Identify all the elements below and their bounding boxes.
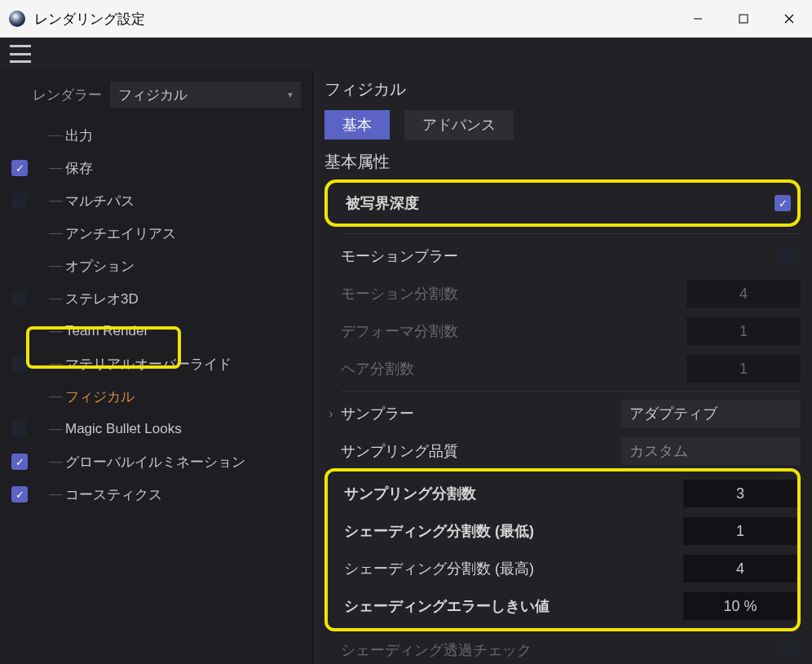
sidebar-item-label: マテリアルオーバーライド: [65, 355, 232, 374]
prop-sampling-sub-label: サンプリング分割数: [344, 484, 683, 503]
tree-branch-icon: —: [49, 388, 62, 405]
expand-caret-icon[interactable]: ›: [324, 407, 338, 420]
prop-shading-max-value[interactable]: 4: [683, 555, 797, 582]
sidebar-item-label: グローバルイルミネーション: [65, 453, 245, 471]
sidebar-checkbox[interactable]: ✓: [11, 486, 28, 502]
sidebar-item-2[interactable]: —マルチパス: [8, 184, 312, 217]
sidebar-item-11[interactable]: ✓—コースティクス: [8, 478, 312, 511]
prop-deformer-sub-label: デフォーマ分割数: [341, 321, 686, 341]
divider: [341, 233, 801, 234]
sidebar-item-label: マルチパス: [65, 192, 135, 210]
prop-shading-trans-checkbox[interactable]: [779, 642, 796, 658]
prop-sampler-select[interactable]: アダプティブ: [621, 400, 801, 427]
tree-branch-icon: —: [49, 258, 62, 274]
sidebar-item-label: Team Render: [65, 323, 148, 339]
prop-shading-min-value[interactable]: 1: [683, 517, 797, 545]
prop-shading-err-label: シェーディングエラーしきい値: [344, 596, 683, 616]
section-basic-title: 基本属性: [324, 151, 801, 173]
sidebar: レンダラー フィジカル ▾ —出力✓—保存—マルチパス—アンチエイリアス—オプシ…: [0, 70, 313, 664]
prop-dof-checkbox[interactable]: ✓: [774, 195, 791, 211]
sidebar-checkbox[interactable]: [11, 356, 28, 372]
renderer-select[interactable]: フィジカル ▾: [110, 82, 301, 108]
sidebar-item-7[interactable]: —マテリアルオーバーライド: [8, 347, 312, 380]
tree-branch-icon: —: [49, 127, 62, 144]
sidebar-item-label: アンチエイリアス: [65, 224, 176, 243]
prop-hair-sub-value[interactable]: 1: [686, 355, 801, 383]
prop-hair-sub-label: ヘア分割数: [341, 359, 686, 378]
settings-tree: —出力✓—保存—マルチパス—アンチエイリアス—オプション—ステレオ3D—Team…: [0, 119, 312, 511]
maximize-button[interactable]: [721, 0, 766, 38]
prop-shading-max-label: シェーディング分割数 (最高): [344, 559, 683, 578]
tree-branch-icon: —: [49, 486, 62, 502]
prop-motion-sub-label: モーション分割数: [341, 284, 686, 303]
sidebar-item-1[interactable]: ✓—保存: [8, 152, 312, 184]
tree-branch-icon: —: [49, 160, 62, 176]
sidebar-item-label: 出力: [65, 126, 93, 145]
main-panel: フィジカル 基本 アドバンス 基本属性 被写界深度 ✓ モーションブラー モーシ…: [313, 70, 812, 664]
sidebar-item-10[interactable]: ✓—グローバルイルミネーション: [8, 445, 312, 478]
tree-branch-icon: —: [49, 421, 62, 437]
sidebar-item-label: コースティクス: [65, 485, 162, 504]
sidebar-item-label: フィジカル: [65, 387, 135, 406]
sidebar-item-6[interactable]: —Team Render: [8, 315, 312, 347]
renderer-label: レンダラー: [33, 86, 102, 104]
tab-advance[interactable]: アドバンス: [404, 110, 514, 139]
prop-shading-trans-label: シェーディング透過チェック: [341, 640, 779, 660]
titlebar: レンダリング設定: [0, 0, 812, 38]
sidebar-checkbox[interactable]: [11, 290, 28, 307]
tree-branch-icon: —: [49, 454, 62, 470]
prop-shading-min-label: シェーディング分割数 (最低): [344, 521, 683, 541]
prop-deformer-sub-value[interactable]: 1: [686, 317, 801, 345]
svg-point-0: [9, 11, 25, 27]
tree-branch-icon: —: [49, 323, 62, 339]
prop-sampling-sub-value[interactable]: 3: [683, 480, 797, 507]
close-button[interactable]: [766, 0, 812, 38]
highlight-dof: 被写界深度 ✓: [324, 179, 801, 227]
tree-branch-icon: —: [49, 225, 62, 241]
app-icon: [8, 10, 26, 28]
tree-branch-icon: —: [49, 290, 62, 307]
divider: [341, 391, 801, 392]
prop-shading-err-value[interactable]: 10 %: [683, 592, 797, 620]
sidebar-checkbox[interactable]: ✓: [11, 454, 28, 470]
sidebar-item-label: オプション: [65, 257, 135, 276]
sidebar-checkbox[interactable]: [11, 193, 28, 209]
panel-title: フィジカル: [324, 78, 801, 100]
tab-basic[interactable]: 基本: [324, 110, 390, 139]
sidebar-item-5[interactable]: —ステレオ3D: [8, 282, 312, 315]
highlight-sampling: サンプリング分割数 3 シェーディング分割数 (最低) 1 シェーディング分割数…: [324, 468, 801, 631]
sidebar-item-0[interactable]: —出力: [8, 119, 312, 152]
renderer-selected: フィジカル: [118, 86, 188, 104]
prop-sampler-label: サンプラー: [341, 404, 621, 423]
window-title: レンダリング設定: [34, 10, 145, 29]
sidebar-checkbox[interactable]: ✓: [11, 160, 28, 176]
sidebar-item-8[interactable]: —フィジカル: [8, 380, 312, 413]
menu-bar: [0, 38, 812, 70]
prop-sampling-q-label: サンプリング品質: [341, 441, 621, 461]
chevron-down-icon: ▾: [288, 89, 293, 100]
sidebar-item-label: 保存: [65, 159, 93, 178]
hamburger-icon[interactable]: [10, 45, 31, 63]
tree-branch-icon: —: [49, 193, 62, 209]
tree-branch-icon: —: [49, 356, 62, 372]
prop-motionblur-checkbox[interactable]: [779, 248, 796, 264]
svg-rect-2: [739, 15, 748, 23]
sidebar-item-4[interactable]: —オプション: [8, 250, 312, 282]
minimize-button[interactable]: [675, 0, 721, 38]
prop-motion-sub-value[interactable]: 4: [686, 280, 801, 308]
prop-sampling-q-select[interactable]: カスタム: [621, 437, 801, 465]
sidebar-item-9[interactable]: —Magic Bullet Looks: [8, 413, 312, 445]
sidebar-item-label: Magic Bullet Looks: [65, 421, 182, 437]
sidebar-item-label: ステレオ3D: [65, 290, 139, 308]
prop-motionblur-label: モーションブラー: [341, 246, 779, 266]
sidebar-checkbox[interactable]: [11, 421, 28, 437]
sidebar-item-3[interactable]: —アンチエイリアス: [8, 217, 312, 250]
prop-dof-label: 被写界深度: [346, 193, 774, 213]
